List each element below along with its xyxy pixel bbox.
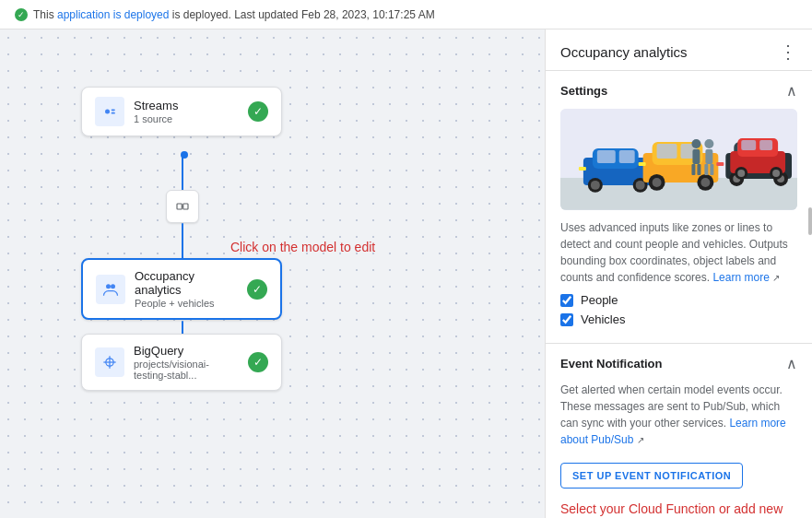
svg-rect-3 <box>112 112 115 114</box>
occupancy-icon <box>96 275 125 304</box>
people-checkbox[interactable] <box>560 294 573 307</box>
canvas-area: Streams 1 source <box>0 29 545 518</box>
streams-check <box>248 101 268 122</box>
bigquery-sub: projects/visionai-testing-stabl... <box>134 359 239 381</box>
event-notification-header: Event Notification ∧ <box>560 355 797 372</box>
people-label: People <box>581 293 618 307</box>
svg-rect-4 <box>177 204 182 209</box>
svg-rect-57 <box>704 164 708 175</box>
svg-point-8 <box>111 284 115 288</box>
cloud-hint: Select your Cloud Function or add new on… <box>560 501 797 518</box>
svg-point-51 <box>691 139 700 148</box>
right-panel: Occupancy analytics ⋮ Settings ∧ <box>545 29 812 518</box>
svg-point-30 <box>653 178 662 187</box>
connector-line-2 <box>182 223 183 260</box>
occupancy-node[interactable]: Occupancy analytics People + vehicles <box>81 258 282 320</box>
svg-rect-27 <box>657 144 677 159</box>
main-layout: Streams 1 source <box>0 29 812 518</box>
vehicles-label: Vehicles <box>581 312 625 326</box>
svg-point-7 <box>106 284 111 288</box>
bigquery-node[interactable]: BigQuery projects/visionai-testing-stabl… <box>81 334 282 391</box>
svg-rect-2 <box>112 110 115 112</box>
event-description: Get alerted when certain model events oc… <box>560 382 797 448</box>
bigquery-check <box>248 352 268 372</box>
pubsub-ext: ↗ <box>637 435 644 445</box>
vehicles-checkbox-row: Vehicles <box>560 312 797 326</box>
settings-title: Settings <box>560 84 607 98</box>
svg-rect-23 <box>579 167 586 171</box>
svg-point-22 <box>636 181 645 190</box>
svg-point-20 <box>591 181 600 190</box>
svg-point-50 <box>772 170 780 177</box>
deployed-icon <box>15 8 28 21</box>
settings-header: Settings ∧ <box>560 82 797 100</box>
svg-rect-18 <box>619 150 635 163</box>
people-checkbox-row: People <box>560 293 797 307</box>
svg-rect-5 <box>183 204 188 209</box>
panel-header: Occupancy analytics ⋮ <box>546 29 812 71</box>
event-chevron[interactable]: ∧ <box>786 355 797 372</box>
occupancy-node-info: Occupancy analytics People + vehicles <box>135 269 238 309</box>
streams-node[interactable]: Streams 1 source <box>81 87 282 136</box>
settings-section: Settings ∧ <box>546 71 812 344</box>
occupancy-sub: People + vehicles <box>135 298 238 309</box>
occupancy-title: Occupancy analytics <box>135 269 238 297</box>
svg-rect-17 <box>597 150 616 163</box>
svg-rect-58 <box>710 164 713 175</box>
setup-event-btn[interactable]: SET UP EVENT NOTIFICATION <box>560 463 743 489</box>
click-hint: Click on the model to edit <box>230 240 375 254</box>
application-link[interactable]: application is deployed <box>57 8 169 21</box>
connector-line-1 <box>182 157 183 192</box>
pubsub-link[interactable]: Learn more about Pub/Sub <box>560 417 786 446</box>
svg-rect-56 <box>705 149 712 164</box>
svg-rect-33 <box>639 162 646 166</box>
more-icon[interactable]: ⋮ <box>779 41 797 63</box>
bigquery-title: BigQuery <box>134 344 239 358</box>
svg-rect-45 <box>741 140 756 150</box>
deployed-message: This application is deployed is deployed… <box>33 8 435 21</box>
scroll-indicator <box>808 207 812 235</box>
svg-rect-54 <box>697 164 700 175</box>
model-connector-node <box>166 190 199 223</box>
svg-point-32 <box>700 178 710 187</box>
occupancy-check <box>247 279 267 300</box>
vehicles-checkbox[interactable] <box>560 313 573 326</box>
settings-chevron[interactable]: ∧ <box>786 82 797 100</box>
bigquery-node-info: BigQuery projects/visionai-testing-stabl… <box>134 344 239 381</box>
settings-description: Uses advanced inputs like zones or lines… <box>560 219 797 286</box>
svg-rect-34 <box>716 162 724 166</box>
event-notification-section: Event Notification ∧ Get alerted when ce… <box>546 344 812 518</box>
svg-rect-53 <box>691 164 695 175</box>
svg-point-1 <box>105 110 110 114</box>
svg-rect-46 <box>759 140 772 150</box>
streams-sub: 1 source <box>134 113 239 124</box>
svg-point-48 <box>737 170 745 177</box>
ext-icon: ↗ <box>772 273 780 283</box>
event-notification-title: Event Notification <box>560 357 663 371</box>
car-illustration <box>560 109 797 210</box>
bigquery-icon <box>95 347 124 377</box>
streams-icon <box>95 97 124 126</box>
streams-node-info: Streams 1 source <box>134 99 239 124</box>
svg-point-55 <box>704 139 713 148</box>
svg-rect-52 <box>692 149 700 164</box>
learn-more-link[interactable]: Learn more <box>712 271 769 284</box>
panel-title: Occupancy analytics <box>560 44 688 60</box>
top-notification-bar: This application is deployed is deployed… <box>0 0 812 29</box>
streams-title: Streams <box>134 99 239 112</box>
